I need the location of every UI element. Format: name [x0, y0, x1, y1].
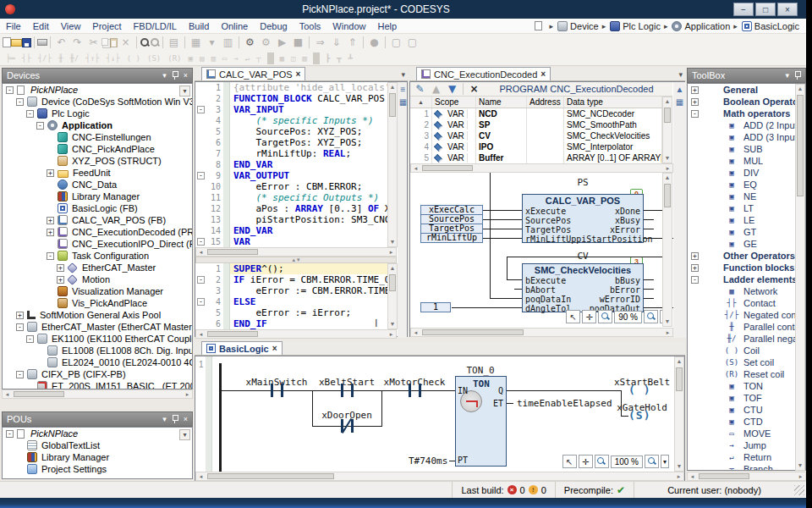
code-line[interactable]: 6 TargetPos: XYZ_POS; — [195, 137, 387, 148]
find-replace-icon[interactable] — [150, 37, 160, 47]
code-line[interactable]: - 15 VAR — [195, 236, 387, 247]
code-line[interactable]: 5 SourcePos: XYZ_POS; — [195, 126, 387, 137]
expand-toggle[interactable]: - — [16, 371, 24, 378]
menu-item[interactable]: View — [55, 20, 87, 32]
table-hscrollbar[interactable]: ◂ ▸ — [410, 163, 673, 173]
find-icon[interactable] — [140, 37, 150, 47]
code-line[interactable]: 11 (* specific Outputs *) — [195, 192, 387, 203]
breakpoint-margin[interactable] — [223, 192, 230, 203]
expand-toggle[interactable]: - — [26, 110, 34, 118]
body-vscrollbar[interactable]: ▲ ▼ — [387, 263, 398, 329]
tree-item[interactable]: CNC-Einstellungen — [3, 131, 192, 143]
expand-toggle[interactable]: + — [57, 264, 64, 272]
toolbox-item[interactable]: ▣ CTD — [688, 416, 805, 428]
download-icon[interactable]: ▢ — [388, 35, 404, 50]
tree-dropdown-button[interactable]: ▾ — [179, 429, 190, 440]
expand-toggle[interactable]: + — [47, 229, 54, 236]
tree-item[interactable]: - CIFX_PB (CIFX-PB) — [3, 368, 192, 380]
table-vscrollbar[interactable]: ▲ ▼ — [662, 97, 672, 163]
toolbox-item[interactable]: - Ladder elements — [688, 273, 805, 285]
breakpoint-margin[interactable] — [223, 82, 230, 93]
tree-item[interactable]: Vis_PickAndPlace — [3, 297, 192, 309]
code-line[interactable]: 13 piStartPosition: SM3_CNC.SMC_ — [195, 214, 387, 225]
pan-tool-button[interactable]: ✛ — [582, 310, 596, 323]
undo-icon[interactable]: ↶ — [53, 35, 69, 50]
toolbox-item[interactable]: ↵ Return — [688, 451, 805, 463]
pt-value-label[interactable]: T#740ms — [409, 456, 447, 467]
minimize-button[interactable]: − — [733, 3, 754, 16]
select-tool-button[interactable]: ↖ — [566, 310, 580, 323]
fold-toggle[interactable]: - — [197, 298, 205, 306]
expand-toggle[interactable]: - — [6, 430, 14, 438]
save-icon[interactable] — [22, 38, 31, 47]
tree-item[interactable]: + SoftMotion General Axis Pool — [3, 309, 192, 321]
devices-panel-header[interactable]: Devices ▾ × — [2, 68, 193, 83]
expand-toggle[interactable]: - — [16, 323, 24, 331]
expand-toggle[interactable]: - — [691, 110, 699, 118]
close-button[interactable]: × — [777, 3, 798, 16]
tab-close-icon[interactable]: × — [272, 344, 277, 353]
ld-parallel-contact-icon[interactable]: ╫ — [55, 51, 66, 66]
cart-icon[interactable]: ▢ — [404, 35, 420, 50]
zoom-level[interactable]: 90 % — [614, 311, 642, 323]
move-down-icon[interactable]: ▼ — [444, 81, 460, 97]
tree-item[interactable]: XYZ_POS (STRUCT) — [3, 155, 192, 167]
contact-bar[interactable] — [341, 384, 343, 397]
tree-item[interactable]: CNC_PickAndPlace — [3, 143, 192, 155]
fbd-canvas[interactable]: PS 0 CALC_VAR_POS xExecutexDone SourcePo… — [410, 173, 673, 327]
ld-branch-icon[interactable]: ┬ — [253, 51, 264, 66]
open-file-icon[interactable] — [11, 39, 22, 47]
toolbox-vscrollbar[interactable]: ▲ ▼ — [795, 84, 805, 471]
breakpoint-margin[interactable] — [223, 137, 230, 148]
tree-item[interactable]: - EtherCAT_Master (EtherCAT Master) — [3, 321, 192, 333]
sort-column-icon[interactable]: ▲ — [410, 97, 432, 108]
breakpoint-margin[interactable] — [223, 296, 230, 307]
tree-item[interactable]: CNC_ExecutionIPO_Direct (PRG) — [3, 238, 192, 250]
login-icon[interactable]: ⚙ — [242, 35, 258, 50]
pous-panel-header[interactable]: POUs ▾ × — [2, 411, 193, 427]
fold-toggle[interactable]: - — [197, 106, 205, 113]
tree-item[interactable]: ET_200S_IM151_BASIC_ (ET 200S (IM: — [3, 380, 192, 389]
pan-tool-button[interactable]: ✛ — [579, 455, 593, 468]
ld-box-icon[interactable]: ▣ — [185, 51, 196, 66]
code-line[interactable]: - 3 VAR_INPUT — [195, 104, 387, 115]
toolbox-item[interactable]: → Jump — [688, 439, 805, 451]
set-coil-symbol[interactable]: (S) — [628, 409, 650, 422]
zoom-tool-button[interactable] — [598, 310, 612, 323]
code-line[interactable]: - 4 ELSE — [195, 296, 387, 307]
fbd-hscrollbar[interactable]: ◂ ▸ — [410, 328, 673, 337]
maximize-button[interactable]: □ — [755, 3, 776, 16]
toolbox-item[interactable]: + General — [688, 84, 805, 96]
toolbox-item[interactable]: ▣ LE — [688, 214, 805, 226]
breakpoint-margin[interactable] — [223, 263, 230, 274]
breakpoint-margin[interactable] — [223, 93, 230, 104]
textual-view-icon[interactable]: ≡ — [398, 84, 409, 95]
fold-toggle[interactable]: - — [197, 276, 205, 284]
panel-dropdown-icon[interactable]: ▾ — [785, 71, 789, 80]
code-line[interactable]: 14 END_VAR — [195, 225, 387, 236]
coil-symbol[interactable]: ( ) — [628, 384, 650, 397]
decl-vscrollbar[interactable]: ▲ ▼ — [387, 82, 398, 247]
tree-item[interactable]: + EtherCAT_Master — [3, 262, 192, 273]
contact-bar[interactable] — [351, 384, 354, 397]
tree-item[interactable]: Project Settings — [3, 463, 192, 475]
zoom-page-button[interactable] — [644, 310, 658, 323]
tree-item[interactable]: EL1008 (EL1008 8Ch. Dig. Input 24 — [3, 345, 192, 356]
contact-bar[interactable] — [409, 384, 411, 397]
fbd-block-smc-checkvelocities[interactable]: SMC_CheckVelocities bExecutebBusy bAbort… — [522, 263, 644, 312]
select-tool-button[interactable]: ↖ — [562, 455, 577, 468]
code-line[interactable]: 3 eError := CBM.ERROR.TIME_OUT; — [195, 285, 387, 296]
tree-item[interactable]: - Application — [3, 119, 192, 131]
breakpoint-margin[interactable] — [223, 170, 230, 181]
menu-item[interactable]: Build — [183, 20, 215, 32]
tree-item[interactable]: - PickNPlace — [3, 428, 192, 439]
menu-item[interactable]: Help — [371, 20, 403, 32]
expand-toggle[interactable]: - — [47, 252, 54, 260]
breakpoint-margin[interactable] — [223, 274, 230, 285]
tab-list-dropdown-icon[interactable]: ▾ — [401, 70, 405, 79]
toolbox-item[interactable]: ▣ ADD (3 Inputs) — [688, 131, 805, 143]
code-line[interactable]: 4 (* specific Inputs *) — [195, 115, 387, 126]
ld-jump-icon[interactable]: → — [230, 51, 241, 66]
menu-item[interactable]: Tools — [294, 20, 327, 32]
build-dropdown-icon[interactable]: ▾ — [204, 35, 220, 50]
